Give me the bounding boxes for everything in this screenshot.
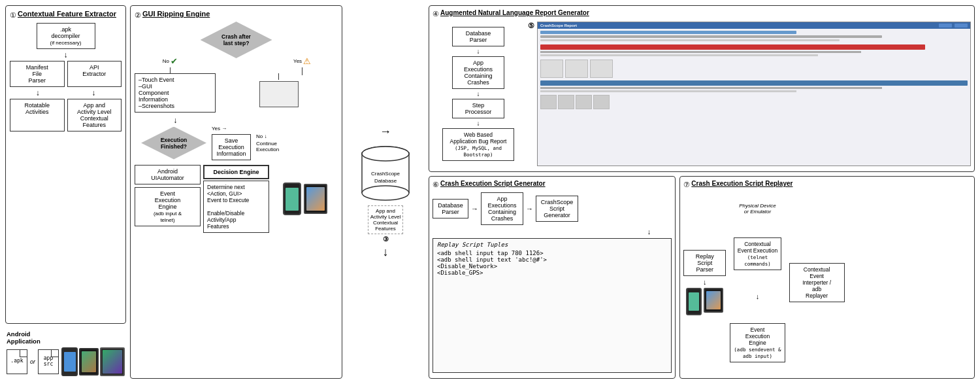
contextual-event-exec: Contextual Event Execution (telnet comma… xyxy=(734,237,781,270)
android-label: AndroidApplication xyxy=(7,330,125,345)
sec7-left-col: Replay Script Parser ↓ xyxy=(683,192,726,373)
yes-label-2: Yes → xyxy=(212,126,227,131)
sec7-right-col: Contextual Event Interperter / adb Repla… xyxy=(789,192,845,373)
report-line-1 xyxy=(540,31,796,34)
replay-tuples-label: Replay Script Tuples xyxy=(437,241,667,248)
device-phone-1 xyxy=(283,183,301,215)
sec4-db-parser: Database Parser xyxy=(452,27,504,46)
sec6-db-parser: Database Parser xyxy=(433,199,468,218)
sec4-web-report: Web Based Application Bug Report (JSP, M… xyxy=(442,128,514,161)
sec6-code-box: Replay Script Tuples <adb shell input ta… xyxy=(433,238,672,373)
arrow-d-3: ↓ xyxy=(477,120,480,127)
arrow-down-3: ↓ xyxy=(91,88,95,97)
report-line-4 xyxy=(540,51,861,53)
svg-text:Database: Database xyxy=(374,178,397,184)
arrow-right-1: → xyxy=(380,125,391,139)
contextual-event-interp: Contextual Event Interperter / adb Repla… xyxy=(789,263,845,302)
arrow-down-db: ↓ xyxy=(383,245,389,259)
report-btn-2 xyxy=(955,24,968,27)
phone-icon-2 xyxy=(79,348,99,375)
arrow-container-6: ↓ xyxy=(433,228,672,236)
report-small-2 xyxy=(558,95,574,109)
sec4-app-exec: App Executions Containing Crashes xyxy=(452,56,504,89)
arrow-d-1: ↓ xyxy=(477,48,480,55)
sec6-script-generator: ⑥ Crash Execution Script Generator Datab… xyxy=(429,176,676,379)
sec7-devices xyxy=(686,288,723,315)
sec2-title: GUI Ripping Engine xyxy=(142,10,210,18)
svg-point-4 xyxy=(362,186,409,200)
manifest-node: Manifest File Parser xyxy=(10,61,65,87)
report-screenshot-3 xyxy=(590,60,613,78)
phone-icon-1 xyxy=(61,347,78,376)
arrow-down-1: ↓ xyxy=(64,50,68,60)
arrow-d-6: ↓ xyxy=(647,228,651,236)
report-btn-1 xyxy=(939,24,952,27)
rotatable-node: Rotatable Activities xyxy=(10,99,65,131)
main-container: ① Contextual Feature Extractor .apk deco… xyxy=(0,0,980,384)
sec4-step-processor: Step Processor xyxy=(452,99,504,118)
yes-label-1: Yes xyxy=(293,58,302,64)
save-execution-box: Save Execution Information xyxy=(212,134,251,160)
report-line-6 xyxy=(540,87,882,89)
code-line-1: <adb shell input tap 780 1126> xyxy=(437,250,667,256)
replay-script-parser: Replay Script Parser xyxy=(683,250,726,276)
physical-device-label: Physical Deviceor Emulator xyxy=(739,203,776,215)
api-extractor-node: API Extractor xyxy=(67,61,122,87)
sec7-title: Crash Execution Script Replayer xyxy=(691,180,792,187)
sec6-nodes-row: Database Parser → App Executions Contain… xyxy=(433,192,672,225)
device-tablet-1 xyxy=(304,184,327,214)
no-label-1: No xyxy=(163,58,169,64)
android-uiautomator-node: Android UIAutomator xyxy=(135,165,201,184)
sec6-script-gen-node: CrashScope Script Generator xyxy=(536,196,578,222)
sec7-middle-col: Physical Deviceor Emulator Contextual Ev… xyxy=(730,192,785,373)
sec4-num: ④ xyxy=(433,10,439,18)
sec2-num: ② xyxy=(135,11,141,20)
report-section-2 xyxy=(540,80,968,86)
sec7-script-replayer: ⑦ Crash Execution Script Replayer Replay… xyxy=(679,176,975,379)
col1: ① Contextual Feature Extractor .apk deco… xyxy=(5,5,126,379)
sec7-tablet xyxy=(704,288,723,313)
decision-detail-node: Determine next <Action, GUI> Event to Ex… xyxy=(203,181,269,233)
diamond-execution: ExecutionFinished? xyxy=(141,127,206,160)
arrow-d-7-2: ↓ xyxy=(756,292,760,300)
sec4-title: Augmented Natural Language Report Genera… xyxy=(440,9,589,16)
arrow-r-6-2: → xyxy=(526,205,533,213)
sec5-num: ⑤ xyxy=(528,22,534,30)
sec4-report-generator: ④ Augmented Natural Language Report Gene… xyxy=(429,5,975,172)
yes-action-box xyxy=(259,81,299,107)
sec1-contextual-feature-extractor: ① Contextual Feature Extractor .apk deco… xyxy=(5,5,126,324)
arrow-d-7: ↓ xyxy=(703,278,707,286)
event-execution-engine-node: Event Execution Engine (adb input & teln… xyxy=(135,187,201,226)
sec6-app-exec: App Executions Containing Crashes xyxy=(481,192,523,225)
arrow-d-2: ↓ xyxy=(477,90,480,97)
report-line-2 xyxy=(540,35,882,38)
apk-icon: .apk xyxy=(7,349,27,374)
sec6-title: Crash Execution Script Generator xyxy=(440,180,546,187)
warn-icon-1: ⚠ xyxy=(303,56,311,66)
sec2-gui-ripping-engine: ② GUI Ripping Engine Crash afterlast ste… xyxy=(130,5,342,379)
sec3-num: ③ xyxy=(383,236,389,243)
sec1-num: ① xyxy=(10,11,16,20)
app-src-icon: appsrc xyxy=(38,349,59,374)
arrow-down-2: ↓ xyxy=(36,88,40,97)
app-activity-node: App and Activity Level Contextual Featur… xyxy=(67,99,122,131)
report-title-text: CrashScope Report xyxy=(540,24,577,27)
arrow-down-4: ↓ xyxy=(173,116,177,125)
decision-engine-node: Decision Engine xyxy=(203,165,269,179)
android-app-section: AndroidApplication .apk or appsrc xyxy=(5,328,126,379)
code-line-3: <Disable_Network> xyxy=(437,263,667,270)
report-screenshots-row xyxy=(540,60,968,78)
crashscope-database: CrashScope Database App andActivity Leve… xyxy=(359,144,412,243)
report-line-7 xyxy=(540,90,796,92)
database-sub-label: App andActivity LevelContextualFeatures xyxy=(368,205,404,234)
sec6-num: ⑥ xyxy=(433,181,439,189)
report-line-3 xyxy=(540,39,840,41)
event-engine-7: Event Execution Engine (adb sendevent & … xyxy=(730,323,785,362)
decompiler-node: .apk decompiler (if necessary) xyxy=(37,23,95,49)
sec7-phone xyxy=(686,288,702,315)
device-images xyxy=(272,165,338,233)
report-small-4 xyxy=(593,95,610,109)
report-small-3 xyxy=(576,95,592,109)
report-body xyxy=(538,29,970,111)
report-screenshot-2 xyxy=(565,60,588,78)
